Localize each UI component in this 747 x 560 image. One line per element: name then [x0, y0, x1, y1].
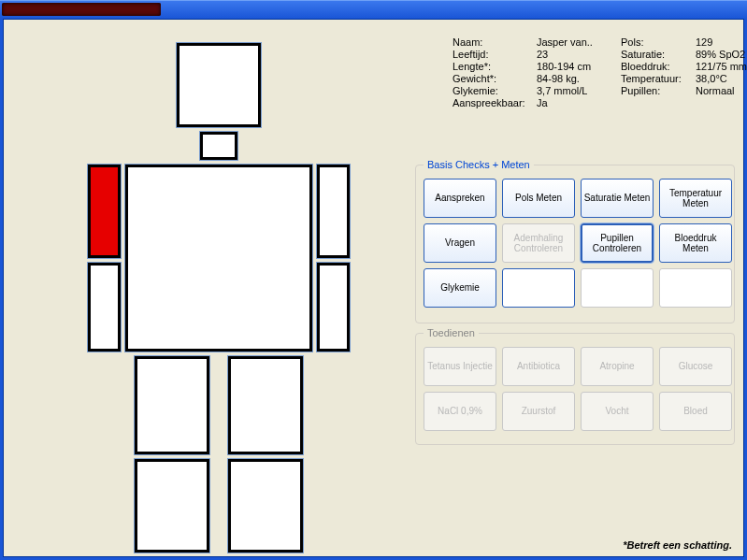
group-toedienen: Toedienen Tetanus InjectieAntibioticaAtr… — [415, 333, 735, 445]
checks-button-3[interactable]: Temperatuur Meten — [659, 179, 732, 218]
checks-button-8[interactable]: Glykemie — [424, 268, 496, 308]
checks-button-10 — [581, 268, 654, 308]
body-part-leg-ul[interactable] — [135, 356, 209, 454]
patient-l1-1: Leeftijd: — [453, 49, 537, 60]
patient-l2-1: Saturatie: — [621, 49, 696, 60]
body-part-arm-ul[interactable] — [88, 165, 121, 258]
patient-v2-2: 121/75 mmHg — [696, 61, 747, 72]
body-part-leg-ll[interactable] — [135, 459, 209, 553]
checks-button-2[interactable]: Saturatie Meten — [581, 179, 654, 218]
body-part-leg-ur[interactable] — [228, 356, 303, 454]
patient-l1-3: Gewicht*: — [453, 73, 537, 84]
patient-l2-2: Bloeddruk: — [621, 61, 696, 72]
administer-button-3: Glucose — [659, 347, 732, 386]
administer-button-7: Bloed — [659, 392, 732, 431]
window-title-redacted — [2, 3, 161, 16]
checks-button-7[interactable]: Bloeddruk Meten — [659, 223, 732, 263]
checks-button-5: Ademhaling Controleren — [502, 223, 575, 263]
patient-v1-4: 3,7 mmol/L — [537, 85, 621, 96]
patient-v1-3: 84-98 kg. — [537, 73, 621, 84]
checks-button-9 — [502, 268, 575, 308]
group-basis-checks-label: Basis Checks + Meten — [424, 159, 534, 170]
body-part-head[interactable] — [177, 43, 261, 127]
checks-button-6[interactable]: Pupillen Controleren — [581, 223, 654, 263]
body-figure — [32, 38, 378, 553]
group-basis-checks: Basis Checks + Meten AansprekenPols Mete… — [415, 165, 735, 323]
patient-l1-4: Glykemie: — [453, 85, 537, 96]
patient-l2-5 — [621, 97, 696, 108]
body-part-arm-lr[interactable] — [317, 263, 350, 352]
administer-button-0: Tetanus Injectie — [424, 347, 496, 386]
patient-v2-5 — [696, 97, 747, 108]
patient-l2-3: Temperatuur: — [621, 73, 696, 84]
footnote: *Betreft een schatting. — [623, 539, 732, 551]
patient-v1-5: Ja — [537, 97, 621, 108]
group-toedienen-label: Toedienen — [424, 327, 479, 338]
patient-info: Naam:Jasper van..Pols:129Leeftijd:23Satu… — [453, 36, 725, 108]
patient-v2-3: 38,0°C — [696, 73, 747, 84]
patient-l1-0: Naam: — [453, 36, 537, 48]
content-area: Naam:Jasper van..Pols:129Leeftijd:23Satu… — [3, 19, 744, 557]
patient-v1-0: Jasper van.. — [537, 36, 621, 48]
administer-button-6: Vocht — [581, 392, 654, 431]
checks-button-4[interactable]: Vragen — [424, 223, 496, 263]
checks-button-1[interactable]: Pols Meten — [502, 179, 575, 218]
body-part-arm-ll[interactable] — [88, 263, 121, 352]
window-titlebar — [0, 0, 747, 19]
patient-v2-0: 129 — [696, 36, 747, 48]
patient-l1-5: Aanspreekbaar: — [453, 97, 537, 108]
patient-v1-2: 180-194 cm — [537, 61, 621, 72]
patient-l1-2: Lengte*: — [453, 61, 537, 72]
patient-l2-4: Pupillen: — [621, 85, 696, 96]
body-part-torso[interactable] — [125, 165, 312, 352]
administer-button-2: Atropine — [581, 347, 654, 386]
patient-v1-1: 23 — [537, 49, 621, 60]
checks-button-0[interactable]: Aanspreken — [424, 179, 496, 218]
body-part-leg-lr[interactable] — [228, 459, 303, 553]
administer-button-1: Antibiotica — [502, 347, 575, 386]
patient-l2-0: Pols: — [621, 36, 696, 48]
patient-v2-1: 89% SpO2 — [696, 49, 747, 60]
body-part-neck[interactable] — [200, 132, 237, 160]
administer-button-4: NaCl 0,9% — [424, 392, 496, 431]
body-part-arm-ur[interactable] — [317, 165, 350, 258]
administer-button-5: Zuurstof — [502, 392, 575, 431]
patient-v2-4: Normaal — [696, 85, 747, 96]
checks-button-11 — [659, 268, 732, 308]
